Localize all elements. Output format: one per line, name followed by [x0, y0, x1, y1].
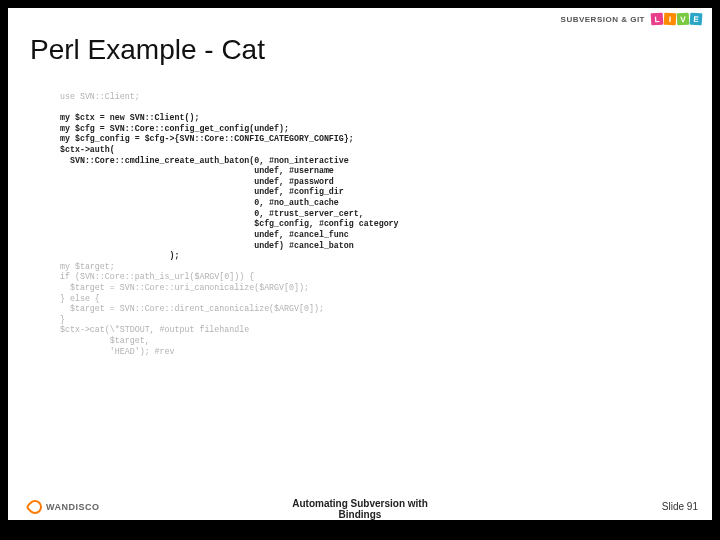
thumbnail-strip — [0, 530, 720, 540]
code-line: 0, #no_auth_cache — [60, 198, 339, 207]
code-line: undef, #username — [60, 166, 334, 175]
code-line: } else { — [60, 294, 100, 303]
code-line: } — [60, 315, 65, 324]
code-line: undef) #cancel_baton — [60, 241, 354, 250]
code-line: 'HEAD'); #rev — [60, 347, 175, 356]
code-line: $ctx->cat(\*STDOUT, #output filehandle — [60, 325, 249, 334]
live-e-icon: E — [690, 13, 703, 26]
code-line: $ctx->auth( — [60, 145, 115, 154]
live-logo: L I V E — [651, 13, 702, 25]
header: SUBVERSION & GIT L I V E — [8, 8, 712, 28]
page-title: Perl Example - Cat — [30, 34, 265, 66]
code-block: use SVN::Client; my $ctx = new SVN::Clie… — [60, 92, 399, 357]
live-v-icon: V — [677, 13, 690, 26]
code-line: SVN::Core::cmdline_create_auth_baton(0, … — [60, 156, 349, 165]
code-line: my $cfg = SVN::Core::config_get_config(u… — [60, 124, 289, 133]
live-i-icon: I — [664, 13, 677, 26]
slide: SUBVERSION & GIT L I V E Perl Example - … — [8, 8, 712, 520]
code-line: $target = SVN::Core::dirent_canonicalize… — [60, 304, 324, 313]
slide-number: Slide 91 — [662, 501, 698, 512]
code-line: undef, #password — [60, 177, 334, 186]
brand-text: SUBVERSION & GIT — [561, 15, 645, 24]
code-line: undef, #cancel_func — [60, 230, 349, 239]
code-line: my $cfg_config = $cfg->{SVN::Core::CONFI… — [60, 134, 354, 143]
code-line: use SVN::Client; — [60, 92, 140, 101]
code-line: undef, #config_dir — [60, 187, 344, 196]
code-line: $target = SVN::Core::uri_canonicalize($A… — [60, 283, 309, 292]
live-l-icon: L — [651, 13, 664, 26]
code-line: $target, — [60, 336, 150, 345]
footer-title: Automating Subversion with Bindings — [8, 498, 712, 520]
footer-line2: Bindings — [8, 509, 712, 520]
footer-line1: Automating Subversion with — [8, 498, 712, 509]
code-line: $cfg_config, #config category — [60, 219, 399, 228]
code-line: my $ctx = new SVN::Client(); — [60, 113, 199, 122]
code-line: my $target; — [60, 262, 115, 271]
code-line: if (SVN::Core::path_is_url($ARGV[0])) { — [60, 272, 254, 281]
code-line: ); — [60, 251, 180, 260]
code-line: 0, #trust_server_cert, — [60, 209, 364, 218]
